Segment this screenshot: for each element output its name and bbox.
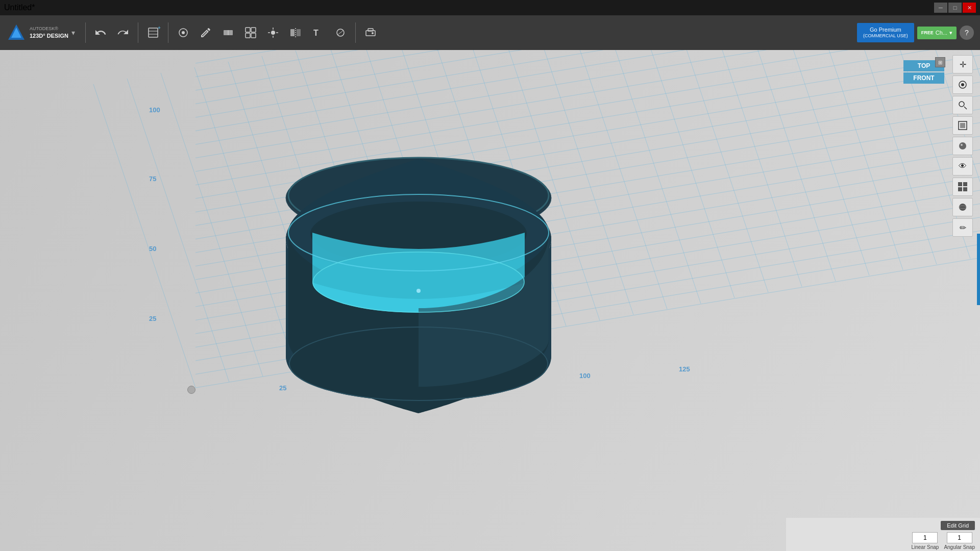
material-tool-icon (334, 27, 347, 39)
divider-2 (138, 22, 138, 43)
appearance-tool-button[interactable] (952, 137, 973, 155)
svg-rect-54 (963, 187, 967, 191)
svg-text:T: T (313, 29, 318, 37)
linear-snap-field: Linear Snap (911, 532, 939, 550)
combine-icon (222, 27, 234, 39)
maximize-button[interactable]: □ (948, 3, 962, 13)
logo-dropdown-icon[interactable]: ▾ (71, 29, 75, 37)
angular-snap-label: Angular Snap (944, 544, 975, 550)
combine-button[interactable] (218, 23, 238, 42)
view-cube-front[interactable]: FRONT (903, 72, 944, 84)
svg-rect-15 (297, 29, 301, 36)
angular-snap-field: Angular Snap (944, 532, 975, 550)
divider-4 (355, 22, 356, 43)
free-member-button[interactable]: FREE Ch... ▾ (917, 27, 957, 39)
texture-icon (958, 202, 968, 212)
add-sketch-button[interactable] (143, 23, 163, 42)
titlebar-controls: ─ □ ✕ (934, 3, 976, 13)
transform-icon (177, 27, 189, 39)
svg-point-50 (961, 144, 963, 146)
titlebar-title: Untitled* (4, 3, 35, 12)
svg-rect-10 (251, 28, 256, 32)
go-premium-button[interactable]: Go Premium (COMMERCIAL USE) (857, 23, 914, 42)
material-tool-button[interactable] (331, 23, 350, 42)
linear-snap-input[interactable] (912, 532, 938, 543)
texture-button[interactable] (952, 198, 973, 216)
close-button[interactable]: ✕ (963, 3, 976, 13)
measure-icon: T (312, 27, 324, 39)
svg-rect-52 (963, 182, 967, 186)
redo-button[interactable] (113, 23, 133, 42)
3dprint-icon (364, 27, 377, 39)
grid-label-y75: 75 (149, 175, 156, 183)
appearance-icon (958, 141, 968, 151)
view-cube-icon[interactable]: ⊞ (935, 57, 945, 67)
svg-point-45 (959, 102, 964, 107)
minimize-button[interactable]: ─ (934, 3, 947, 13)
orbit-tool-button[interactable] (952, 76, 973, 94)
grid-label-y25: 25 (149, 315, 156, 322)
zoom-icon (958, 100, 968, 110)
grid-label-x100: 100 (579, 372, 591, 380)
svg-rect-14 (290, 29, 295, 36)
snap-button[interactable] (263, 23, 283, 42)
divider-3 (168, 22, 168, 43)
group-icon (244, 27, 257, 39)
svg-line-46 (964, 107, 967, 109)
visibility-tool-button[interactable]: 👁 (952, 157, 973, 176)
grid-canvas (0, 50, 980, 551)
toolbar: AUTODESK® 123D° DESIGN ▾ T (0, 15, 980, 50)
corner-origin (187, 386, 195, 394)
divider-1 (85, 22, 86, 43)
help-button[interactable]: ? (960, 26, 974, 40)
undo-button[interactable] (91, 23, 110, 42)
grid-label-x50: 50 (379, 383, 386, 390)
redo-icon (117, 27, 129, 39)
grid-label-x25: 25 (279, 384, 286, 392)
grid-label-x75: 75 (480, 381, 487, 388)
orbit-icon (958, 80, 968, 90)
titlebar: Untitled* ─ □ ✕ (0, 0, 980, 15)
autodesk-logo (6, 22, 27, 43)
angular-snap-input[interactable] (947, 532, 972, 543)
zoom-tool-button[interactable] (952, 96, 973, 114)
modify-button[interactable] (196, 23, 215, 42)
linear-snap-label: Linear Snap (911, 544, 939, 550)
bottom-bar: Edit Grid Linear Snap Angular Snap (786, 518, 980, 551)
snap-settings: Linear Snap Angular Snap (911, 532, 975, 550)
edit-grid-button[interactable]: Edit Grid (941, 521, 975, 530)
svg-point-44 (961, 83, 964, 86)
paint-button[interactable]: ✏ (952, 218, 973, 237)
fit-tool-button[interactable] (952, 116, 973, 135)
pan-tool-button[interactable]: ✛ (952, 55, 973, 73)
fit-icon (958, 120, 968, 131)
grid-label-x125: 125 (679, 365, 690, 373)
transform-button[interactable] (174, 23, 193, 42)
group-button[interactable] (241, 23, 260, 42)
measure-button[interactable]: T (308, 23, 328, 42)
svg-point-55 (959, 204, 966, 211)
right-panel: ✛ 👁 (952, 55, 975, 237)
render-layers-icon (958, 182, 968, 192)
svg-rect-51 (958, 182, 962, 186)
svg-point-13 (271, 31, 275, 35)
snap-icon (267, 27, 279, 39)
3d-print-button[interactable] (361, 23, 380, 42)
grid-label-y100: 100 (149, 106, 160, 114)
viewport[interactable]: 100 75 50 25 25 50 75 100 125 (0, 50, 980, 551)
logo-text: AUTODESK® 123D° DESIGN (30, 26, 68, 39)
mirror-button[interactable] (286, 23, 305, 42)
svg-rect-9 (246, 28, 250, 32)
right-accent-panel[interactable] (977, 234, 980, 305)
svg-rect-53 (958, 187, 962, 191)
mirror-icon (289, 27, 302, 39)
sketch-icon (147, 27, 159, 39)
svg-rect-12 (251, 33, 256, 38)
svg-rect-2 (149, 28, 158, 37)
logo-area: AUTODESK® 123D° DESIGN ▾ (6, 22, 75, 43)
svg-point-6 (182, 31, 185, 34)
render-layers-button[interactable] (952, 178, 973, 196)
svg-rect-20 (368, 29, 373, 31)
undo-icon (94, 27, 107, 39)
grid-label-y50: 50 (149, 245, 156, 253)
